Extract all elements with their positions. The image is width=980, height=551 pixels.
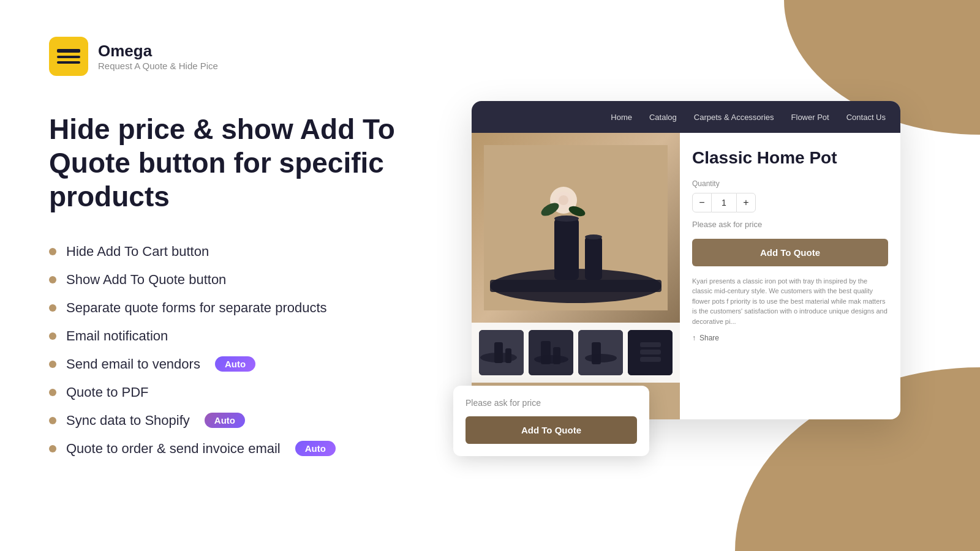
- feature-item-3: Separate quote forms for separate produc…: [49, 300, 417, 316]
- feature-text-1: Hide Add To Cart button: [66, 244, 209, 260]
- feature-item-6: Quote to PDF: [49, 384, 417, 400]
- svg-rect-26: [640, 357, 661, 362]
- svg-point-22: [585, 354, 617, 362]
- browser-mockup: Home Catalog Carpets & Accessories Flowe…: [472, 101, 900, 419]
- share-icon: ↑: [692, 334, 696, 342]
- svg-point-6: [585, 234, 602, 239]
- logo-area: Omega Request A Quote & Hide Pice: [49, 37, 417, 76]
- svg-rect-24: [640, 342, 661, 347]
- quantity-control: − 1 +: [692, 193, 888, 212]
- svg-point-4: [554, 216, 579, 222]
- quantity-plus-btn[interactable]: +: [736, 193, 756, 212]
- mockup-nav: Home Catalog Carpets & Accessories Flowe…: [472, 101, 900, 133]
- share-row: ↑ Share: [692, 334, 888, 342]
- auto-badge-8: Auto: [295, 441, 336, 456]
- feature-item-7: Sync data to Shopify Auto: [49, 413, 417, 429]
- logo-line-2: [57, 56, 80, 58]
- product-image-area: [472, 133, 680, 419]
- popup-add-to-quote-button[interactable]: Add To Quote: [466, 416, 637, 444]
- product-image-svg: [484, 145, 668, 310]
- feature-item-2: Show Add To Quote button: [49, 272, 417, 288]
- ask-price-text: Please ask for price: [692, 220, 888, 229]
- mockup-body: Classic Home Pot Quantity − 1 + Please a…: [472, 133, 900, 419]
- nav-home[interactable]: Home: [611, 113, 632, 122]
- svg-point-15: [480, 353, 517, 362]
- svg-rect-3: [554, 219, 579, 280]
- right-panel: Home Catalog Carpets & Accessories Flowe…: [453, 0, 980, 551]
- main-heading: Hide price & show Add To Quote button fo…: [49, 113, 417, 214]
- product-main-image: [472, 133, 680, 323]
- quantity-minus-btn[interactable]: −: [692, 193, 712, 212]
- bullet-3: [49, 304, 56, 312]
- feature-text-6: Quote to PDF: [66, 384, 149, 400]
- bullet-1: [49, 248, 56, 255]
- bullet-6: [49, 389, 56, 396]
- feature-item-1: Hide Add To Cart button: [49, 244, 417, 260]
- bullet-2: [49, 276, 56, 283]
- quantity-value: 1: [712, 193, 736, 212]
- quantity-label: Quantity: [692, 179, 888, 188]
- feature-text-2: Show Add To Quote button: [66, 272, 226, 288]
- product-description: Kyari presents a classic iron pot with t…: [692, 276, 888, 327]
- logo-line-1: [57, 49, 80, 53]
- svg-rect-5: [585, 237, 602, 280]
- bullet-4: [49, 332, 56, 340]
- thumbnail-4[interactable]: [628, 330, 673, 375]
- svg-rect-25: [640, 350, 661, 354]
- logo-icon: [49, 37, 88, 76]
- svg-point-9: [559, 195, 568, 205]
- feature-item-5: Send email to vendors Auto: [49, 356, 417, 372]
- thumbnails-row: [472, 323, 680, 383]
- feature-list: Hide Add To Cart button Show Add To Quot…: [49, 244, 417, 457]
- share-label[interactable]: Share: [699, 334, 719, 342]
- logo-text: Omega Request A Quote & Hide Pice: [98, 42, 218, 71]
- feature-item-4: Email notification: [49, 328, 417, 344]
- product-details: Classic Home Pot Quantity − 1 + Please a…: [680, 133, 900, 419]
- thumbnail-1[interactable]: [479, 330, 524, 375]
- logo-subtitle: Request A Quote & Hide Pice: [98, 61, 218, 71]
- feature-text-8: Quote to order & send invoice email: [66, 441, 281, 457]
- popup-ask-price: Please ask for price: [466, 398, 637, 408]
- svg-rect-2: [490, 280, 662, 292]
- svg-rect-16: [529, 330, 573, 375]
- nav-catalog[interactable]: Catalog: [649, 113, 677, 122]
- auto-badge-7: Auto: [205, 413, 245, 428]
- feature-text-4: Email notification: [66, 328, 168, 344]
- nav-flower-pot[interactable]: Flower Pot: [791, 113, 829, 122]
- nav-carpets[interactable]: Carpets & Accessories: [694, 113, 774, 122]
- nav-contact[interactable]: Contact Us: [846, 113, 886, 122]
- feature-text-3: Separate quote forms for separate produc…: [66, 300, 327, 316]
- feature-item-8: Quote to order & send invoice email Auto: [49, 441, 417, 457]
- logo-name: Omega: [98, 42, 218, 61]
- feature-text-7: Sync data to Shopify: [66, 413, 190, 429]
- popup-card: Please ask for price Add To Quote: [453, 386, 649, 456]
- bullet-5: [49, 361, 56, 368]
- thumbnail-2[interactable]: [529, 330, 573, 375]
- bullet-7: [49, 417, 56, 424]
- product-title: Classic Home Pot: [692, 148, 888, 168]
- thumbnail-3[interactable]: [578, 330, 623, 375]
- add-to-quote-button[interactable]: Add To Quote: [692, 239, 888, 266]
- left-panel: Omega Request A Quote & Hide Pice Hide p…: [0, 0, 466, 551]
- auto-badge-5: Auto: [215, 356, 255, 372]
- feature-text-5: Send email to vendors: [66, 356, 200, 372]
- bullet-8: [49, 445, 56, 452]
- svg-point-19: [534, 355, 568, 364]
- logo-line-3: [57, 61, 80, 64]
